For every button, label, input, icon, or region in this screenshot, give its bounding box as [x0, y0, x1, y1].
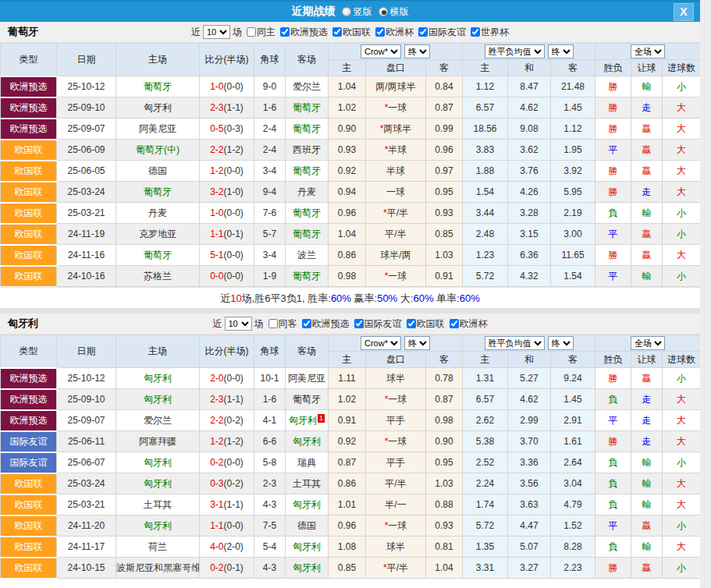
cell-home-odds: 0.85	[329, 558, 366, 579]
league-checkbox[interactable]	[280, 27, 290, 37]
halftime-score: (1-2)	[224, 144, 244, 155]
column-header: 角球	[254, 44, 286, 76]
cell-competition-type: 欧国联	[1, 182, 57, 203]
cell-result: 勝	[595, 161, 631, 182]
radio-vertical-icon[interactable]	[342, 7, 351, 16]
avg-select[interactable]: 胜平负均值	[485, 336, 545, 350]
cell-home-odds: 1.02	[329, 389, 366, 410]
league-checkbox[interactable]	[407, 319, 416, 328]
league-checkbox[interactable]	[354, 319, 364, 328]
league-checkbox[interactable]	[332, 27, 342, 37]
cell-goals-result: 大	[663, 161, 701, 182]
team-filter-bar-hungary: 匈牙利 近 10 场 同客 欧洲预选国际友谊欧国联欧洲杯	[0, 313, 700, 335]
league-filter-4[interactable]: 世界杯	[466, 26, 509, 39]
summary-segment: 场,胜6平3负1, 胜率:	[242, 292, 331, 304]
layout-radio-horizontal[interactable]: 横版	[374, 5, 409, 19]
cell-result: 勝	[595, 431, 631, 452]
odds-stage-select[interactable]: 终	[404, 336, 430, 350]
halftime-score: (0-0)	[224, 207, 244, 218]
cell-score: 1-0(0-0)	[200, 76, 254, 97]
league-checkbox[interactable]	[418, 27, 428, 37]
table-row: 欧洲预选25-09-10匈牙利2-3(1-1)1-6葡萄牙1.02*一球0.87…	[1, 97, 701, 119]
cell-competition-type: 欧洲预选	[1, 97, 57, 119]
cell-result: 平	[595, 224, 631, 245]
cell-handicap-result: 贏	[631, 161, 663, 182]
league-checkbox[interactable]	[450, 319, 459, 328]
fullmatch-select[interactable]: 全场	[631, 336, 665, 350]
same-venue-checkbox-wrap[interactable]: 同主	[242, 26, 276, 39]
avg-stage-select[interactable]: 终	[548, 336, 574, 350]
league-filter-2[interactable]: 欧洲杯	[371, 26, 414, 39]
fullmatch-select[interactable]: 全场	[631, 44, 665, 58]
layout-radio-vertical[interactable]: 竖版	[337, 5, 372, 19]
odds-stage-select[interactable]: 终	[404, 44, 430, 58]
cell-home-team: 匈牙利	[116, 389, 200, 410]
summary-segment: 60%	[331, 292, 351, 304]
scrollbar-track[interactable]	[700, 0, 711, 588]
league-label: 国际友谊	[428, 26, 466, 39]
league-filter-2[interactable]: 欧国联	[402, 317, 445, 331]
match-count-select[interactable]: 10	[225, 317, 252, 331]
cell-handicap: 平/半	[366, 473, 426, 494]
column-subheader: 主	[463, 60, 508, 76]
same-venue-checkbox[interactable]	[247, 27, 256, 37]
league-filter-3[interactable]: 国际友谊	[414, 26, 466, 39]
cell-home-team: 克罗地亚	[116, 224, 200, 245]
league-checkbox[interactable]	[302, 319, 311, 328]
odds-company-select[interactable]: Crow*	[361, 336, 401, 350]
cell-score: 1-0(0-0)	[200, 203, 254, 224]
fulltime-score: 2-3	[210, 394, 223, 405]
same-venue-checkbox-wrap[interactable]: 同客	[264, 317, 297, 331]
fulltime-score: 0-0	[210, 271, 223, 282]
table-row: 欧国联25-06-05德国1-2(0-0)3-4葡萄牙0.92半球0.971.8…	[1, 161, 701, 182]
cell-avg-home: 6.57	[463, 97, 508, 119]
league-filter-1[interactable]: 欧国联	[328, 26, 371, 39]
league-label: 国际友谊	[364, 317, 402, 331]
cell-date: 24-10-15	[57, 558, 116, 579]
column-subheader: 胜负	[595, 60, 631, 76]
cell-goals-result: 小	[663, 368, 701, 389]
cell-result: 負	[595, 389, 631, 410]
team-label: 匈牙利	[293, 436, 321, 447]
league-filter-0[interactable]: 欧洲预选	[276, 26, 328, 39]
cell-avg-home: 1.35	[463, 537, 508, 558]
league-filter-3[interactable]: 欧洲杯	[445, 317, 488, 331]
radio-horizontal-icon[interactable]	[379, 7, 388, 16]
cell-avg-home: 2.52	[463, 452, 508, 473]
cell-handicap: 一球	[366, 182, 426, 203]
cell-score: 1-2(0-0)	[200, 161, 254, 182]
team-label: 葡萄牙	[144, 186, 172, 197]
cell-score: 2-3(1-1)	[200, 97, 254, 119]
cell-home-team: 葡萄牙	[116, 76, 200, 97]
league-checkbox[interactable]	[471, 27, 480, 37]
team-label: 克罗地亚	[139, 228, 176, 239]
match-count-select[interactable]: 10	[203, 25, 230, 39]
cell-avg-home: 2.24	[463, 473, 508, 494]
same-venue-checkbox[interactable]	[268, 319, 278, 328]
column-subheader: 让球	[631, 352, 663, 368]
fulltime-score: 2-0	[210, 373, 223, 384]
avg-select[interactable]: 胜平负均值	[485, 44, 545, 58]
cell-avg-home: 2.62	[463, 410, 508, 431]
close-icon[interactable]: X	[674, 3, 694, 21]
cell-result: 負	[595, 203, 631, 224]
column-header: 主场	[116, 44, 200, 76]
cell-result: 負	[595, 452, 631, 473]
column-subheader: 客	[426, 60, 463, 76]
cell-handicap: 两/两球半	[366, 76, 426, 97]
handicap-star-icon: *	[383, 207, 387, 218]
odds-company-select[interactable]: Crow*	[361, 44, 401, 58]
league-checkbox[interactable]	[375, 27, 385, 37]
team-label: 匈牙利	[144, 478, 172, 489]
avg-stage-select[interactable]: 终	[548, 44, 574, 58]
halftime-score: (0-0)	[224, 457, 244, 468]
cell-home-team: 匈牙利	[116, 515, 200, 537]
cell-date: 25-09-07	[57, 410, 116, 431]
league-filter-0[interactable]: 欧洲预选	[297, 317, 350, 331]
league-filter-1[interactable]: 国际友谊	[350, 317, 402, 331]
cell-avg-draw: 5.07	[508, 537, 551, 558]
cell-home-team: 德国	[116, 161, 200, 182]
cell-goals-result: 大	[663, 245, 701, 266]
cell-home-team: 葡萄牙(中)	[116, 140, 200, 161]
column-subheader: 主	[463, 352, 508, 368]
